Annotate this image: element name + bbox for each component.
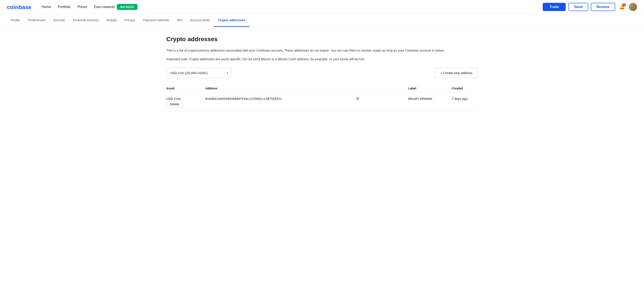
copy-icon[interactable]: ⧉ (356, 96, 359, 101)
nav-portfolio[interactable]: Portfolio (58, 5, 71, 9)
table-header: Asset Address Label Created (166, 85, 478, 92)
svg-text:coinbase: coinbase (7, 4, 32, 10)
tab-api[interactable]: API (173, 14, 186, 27)
navbar-actions: Trade Send Receive 🔔 1 (543, 3, 637, 11)
cell-label: BlockFi Whitelist (408, 97, 452, 100)
col-address: Address (205, 87, 356, 90)
nav-prices[interactable]: Prices (78, 5, 87, 9)
tabs-bar: Profile Preferences Security Financial s… (0, 14, 644, 27)
tab-activity[interactable]: Activity (102, 14, 121, 27)
tab-crypto-addresses[interactable]: Crypto addresses (214, 14, 249, 27)
cell-address: 0x6d021eb954892b08d7Fedc12fb691c130755EE… (205, 97, 356, 100)
address-text: 0x6d021eb954892b08d7Fedc12fb691c130755EE… (205, 97, 282, 100)
asset-select[interactable]: USD Coin (25,000 USDC) (166, 68, 231, 78)
main-content: Crypto addresses This is a list of crypt… (159, 27, 485, 121)
col-copy (356, 87, 408, 90)
tab-security[interactable]: Security (49, 14, 69, 27)
warning-text: Important note: Crypto addresses are ass… (166, 56, 478, 62)
trade-button[interactable]: Trade (543, 3, 566, 11)
page-title: Crypto addresses (166, 36, 478, 43)
table-row: USD Coin 0x6d021eb954892b08d7Fedc12fb691… (166, 92, 478, 112)
tab-financial-services[interactable]: Financial services (69, 14, 102, 27)
notification-badge: 1 (622, 3, 626, 7)
cell-created: 7 days ago (452, 97, 478, 100)
create-address-button[interactable]: + Create new address (435, 68, 478, 78)
details-button[interactable]: Details (166, 101, 183, 107)
logo[interactable]: coinbase (7, 3, 33, 11)
send-button[interactable]: Send (568, 3, 588, 11)
cell-details: Details (166, 101, 205, 107)
navbar-links: Home Portfolio Prices Earn rewards Get $… (42, 4, 543, 10)
tab-payment-methods[interactable]: Payment methods (139, 14, 173, 27)
navbar: coinbase Home Portfolio Prices Earn rewa… (0, 0, 644, 14)
tab-profile[interactable]: Profile (7, 14, 24, 27)
tab-preferences[interactable]: Preferences (24, 14, 50, 27)
earn-rewards-wrapper: Earn rewards Get $115+ (94, 4, 138, 10)
tab-account-limits[interactable]: Account limits (186, 14, 214, 27)
coinbase-logo-svg: coinbase (7, 3, 33, 11)
col-created: Created (452, 87, 478, 90)
avatar-image (629, 3, 637, 11)
asset-select-wrapper: USD Coin (25,000 USDC) ▾ (166, 68, 231, 78)
controls-row: USD Coin (25,000 USDC) ▾ + Create new ad… (166, 68, 478, 78)
description-text: This is a list of cryptocurrency address… (166, 48, 478, 53)
cell-copy-icon[interactable]: ⧉ (356, 96, 408, 101)
receive-button[interactable]: Receive (591, 3, 616, 11)
nav-home[interactable]: Home (42, 5, 51, 9)
col-label: Label (408, 87, 452, 90)
earn-rewards-label: Earn rewards (94, 5, 115, 9)
col-asset: Asset (166, 87, 205, 90)
tab-privacy[interactable]: Privacy (120, 14, 139, 27)
avatar[interactable] (629, 3, 637, 11)
earn-rewards-button[interactable]: Get $115+ (117, 4, 138, 10)
cell-asset: USD Coin (166, 97, 205, 100)
notification-button[interactable]: 🔔 1 (618, 3, 626, 11)
